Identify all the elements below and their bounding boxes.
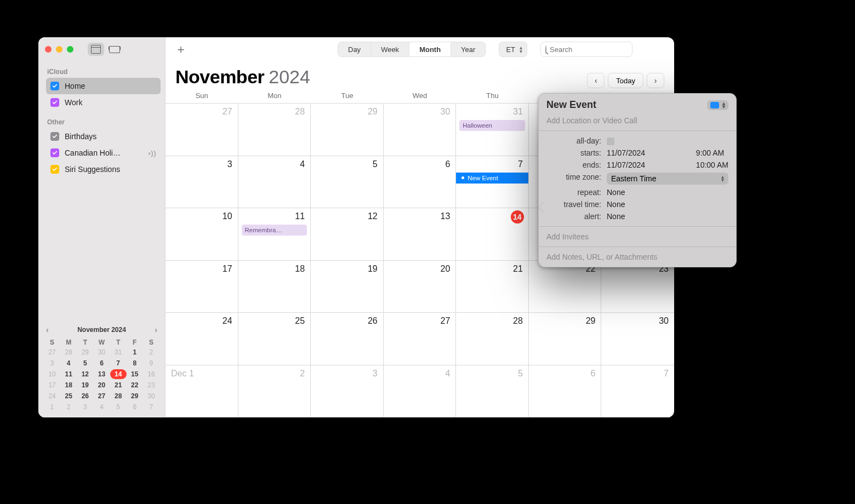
day-cell[interactable]: 27 [384, 313, 457, 365]
checkbox-icon[interactable] [50, 82, 59, 90]
mini-day[interactable]: 27 [44, 347, 60, 357]
location-field[interactable]: Add Location or Video Call [539, 116, 736, 130]
timezone-selector[interactable]: ET ▴▾ [499, 42, 527, 57]
end-date-field[interactable]: 11/07/2024 [607, 161, 691, 169]
view-segmented-control[interactable]: Day Week Month Year [338, 42, 486, 57]
mini-day[interactable]: 30 [93, 347, 110, 357]
day-cell[interactable]: 26 [311, 313, 384, 365]
sidebar-item-birthdays[interactable]: Birthdays [46, 128, 161, 145]
day-cell[interactable]: 12 [311, 208, 384, 261]
view-year[interactable]: Year [451, 42, 485, 56]
mini-day[interactable]: 14 [110, 369, 127, 379]
mini-day[interactable]: 23 [143, 380, 159, 390]
event-pill[interactable]: New Event [456, 173, 528, 184]
mini-day[interactable]: 28 [60, 347, 77, 357]
mini-day[interactable]: 24 [44, 391, 60, 401]
mini-day[interactable]: 11 [60, 369, 77, 379]
calendar-picker[interactable]: ▴▾ [707, 100, 728, 110]
sidebar-item-work[interactable]: Work [46, 94, 161, 111]
day-cell[interactable]: 17 [166, 261, 238, 313]
mini-day[interactable]: 28 [110, 391, 127, 401]
day-cell[interactable]: 29 [311, 104, 384, 156]
close-button[interactable] [45, 46, 52, 53]
event-title-input[interactable]: New Event [546, 99, 596, 111]
invitees-field[interactable]: Add Invitees [539, 227, 736, 247]
mini-day[interactable]: 15 [127, 369, 143, 379]
mini-day[interactable]: 1 [127, 347, 143, 357]
calendars-toggle-icon[interactable] [88, 43, 104, 56]
prev-month-button[interactable]: ‹ [587, 73, 605, 88]
day-cell[interactable]: 3 [166, 156, 238, 209]
event-pill[interactable]: Halloween [459, 120, 525, 131]
mini-day[interactable]: 25 [60, 391, 77, 401]
day-cell[interactable]: 25 [238, 313, 311, 365]
day-cell[interactable]: 10 [166, 208, 238, 261]
mini-day[interactable]: 31 [110, 347, 127, 357]
mini-day[interactable]: 29 [77, 347, 93, 357]
alert-field[interactable]: None [607, 212, 691, 221]
sidebar-item-canadian-holidays[interactable]: Canadian Holi… ›)) [46, 145, 161, 161]
allday-checkbox[interactable] [607, 138, 614, 145]
day-cell[interactable]: 24 [166, 313, 238, 365]
mini-day[interactable]: 5 [77, 358, 93, 368]
day-cell[interactable]: Dec 1 [166, 365, 238, 418]
view-month[interactable]: Month [409, 42, 451, 56]
mini-day[interactable]: 3 [77, 402, 93, 412]
mini-day[interactable]: 27 [93, 391, 110, 401]
start-date-field[interactable]: 11/07/2024 [607, 148, 691, 157]
repeat-field[interactable]: None [607, 188, 691, 197]
day-cell[interactable]: 4 [384, 365, 457, 418]
mini-day[interactable]: 8 [127, 358, 143, 368]
mini-day[interactable]: 17 [44, 380, 60, 390]
mini-day[interactable]: 2 [143, 347, 159, 357]
mini-next-button[interactable]: › [152, 324, 159, 335]
mini-day[interactable]: 4 [60, 358, 77, 368]
day-cell[interactable]: 18 [238, 261, 311, 313]
day-cell[interactable]: 30 [601, 313, 674, 365]
mini-prev-button[interactable]: ‹ [44, 324, 51, 335]
day-cell[interactable]: 14 [456, 208, 529, 261]
day-cell[interactable]: 6 [529, 365, 602, 418]
add-event-button[interactable]: ＋ [173, 41, 189, 58]
mini-day[interactable]: 6 [93, 358, 110, 368]
day-cell[interactable]: 11Remembra… [238, 208, 311, 261]
checkbox-icon[interactable] [50, 165, 59, 174]
zoom-button[interactable] [67, 46, 73, 53]
search-field[interactable] [540, 42, 632, 57]
mini-day[interactable]: 4 [93, 402, 110, 412]
day-cell[interactable]: 5 [456, 365, 529, 418]
day-cell[interactable]: 5 [311, 156, 384, 209]
timezone-select[interactable]: Eastern Time ▴▾ [607, 173, 728, 185]
day-cell[interactable]: 3 [311, 365, 384, 418]
next-month-button[interactable]: › [647, 73, 664, 88]
mini-day[interactable]: 2 [60, 402, 77, 412]
mini-day[interactable]: 18 [60, 380, 77, 390]
mini-day[interactable]: 22 [127, 380, 143, 390]
notes-field[interactable]: Add Notes, URL, or Attachments [539, 247, 736, 267]
mini-day[interactable]: 5 [110, 402, 127, 412]
mini-day[interactable]: 19 [77, 380, 93, 390]
day-cell[interactable]: 20 [384, 261, 457, 313]
search-input[interactable] [550, 45, 642, 54]
day-cell[interactable]: 21 [456, 261, 529, 313]
sidebar-item-siri-suggestions[interactable]: Siri Suggestions [46, 161, 161, 177]
day-cell[interactable]: 7New Event [456, 156, 529, 209]
day-cell[interactable]: 30 [384, 104, 457, 156]
mini-day[interactable]: 20 [93, 380, 110, 390]
day-cell[interactable]: 13 [384, 208, 457, 261]
day-cell[interactable]: 29 [529, 313, 602, 365]
mini-day[interactable]: 9 [143, 358, 159, 368]
mini-day[interactable]: 13 [93, 369, 110, 379]
day-cell[interactable]: 2 [238, 365, 311, 418]
event-pill[interactable]: Remembra… [242, 225, 307, 236]
view-day[interactable]: Day [338, 42, 371, 56]
mini-day[interactable]: 30 [143, 391, 159, 401]
day-cell[interactable]: 4 [238, 156, 311, 209]
mini-day[interactable]: 6 [127, 402, 143, 412]
mini-day[interactable]: 29 [127, 391, 143, 401]
inbox-icon[interactable] [106, 43, 123, 56]
day-cell[interactable]: 6 [384, 156, 457, 209]
event-title-row[interactable]: New Event ▴▾ [539, 94, 736, 116]
view-week[interactable]: Week [371, 42, 409, 56]
day-cell[interactable]: 19 [311, 261, 384, 313]
